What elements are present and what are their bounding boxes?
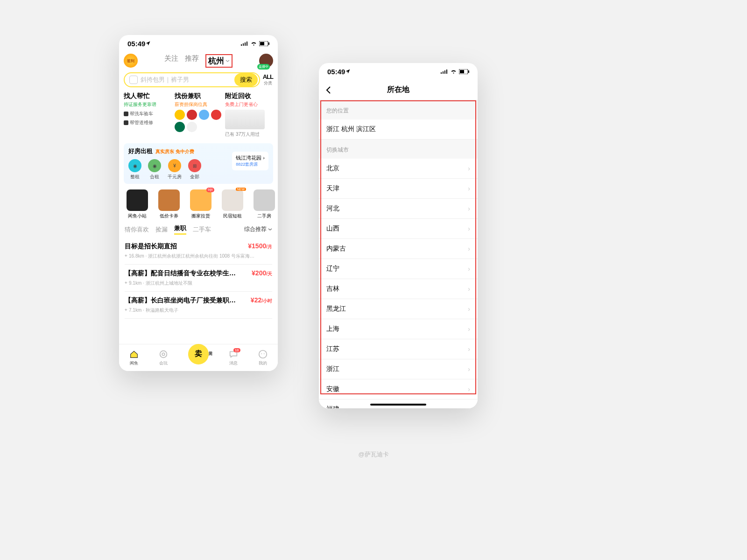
brand-grid — [175, 110, 223, 132]
chevron-right-icon: › — [468, 385, 470, 393]
service-cards: 找人帮忙 持证服务更靠谱 帮洗车验车 帮管道维修 找份兼职 薪资担保岗位真 附近… — [119, 90, 278, 140]
housing-tags: 真实房东 免中介费 — [155, 148, 194, 155]
brand-icon — [175, 122, 185, 132]
card-title: 附近回收 — [225, 92, 273, 100]
tab-follow[interactable]: 关注 — [164, 54, 178, 68]
house-option[interactable]: ⊞全部 — [188, 159, 201, 180]
city-item[interactable]: 江苏› — [319, 339, 478, 359]
category-item[interactable]: 二手房 — [251, 189, 278, 219]
svg-point-8 — [162, 353, 165, 356]
chevron-right-icon: › — [468, 325, 470, 333]
all-categories[interactable]: ALL 分类 — [263, 73, 273, 86]
search-button[interactable]: 搜索 — [234, 73, 258, 86]
category-item[interactable]: 闲鱼小站 — [124, 189, 151, 219]
message-icon: 18 — [228, 349, 239, 359]
svg-rect-18 — [468, 70, 469, 73]
house-option[interactable]: ◉整租 — [128, 159, 141, 180]
home-indicator[interactable] — [370, 404, 426, 406]
listing-price: ¥200/天 — [252, 269, 272, 277]
tab-mine[interactable]: 我的 — [258, 349, 268, 366]
filter-row: 猜你喜欢 捡漏 兼职 二手车 综合推荐 — [119, 221, 278, 238]
tab-home[interactable]: 闲鱼 — [129, 349, 139, 366]
filter-tab[interactable]: 猜你喜欢 — [125, 225, 149, 234]
city-item[interactable]: 上海› — [319, 319, 478, 339]
listing-item[interactable]: 【高薪】配音日结播音专业在校学生…¥200/天 ⌖9.1km · 浙江杭州上城地… — [125, 265, 272, 292]
chevron-right-icon: › — [468, 406, 470, 408]
city-item[interactable]: 山西› — [319, 219, 478, 239]
home-icon — [129, 349, 139, 359]
category-item[interactable]: 9折搬家拉货 — [187, 189, 214, 219]
city-item[interactable]: 河北› — [319, 199, 478, 219]
house-option[interactable]: ¥千元房 — [168, 159, 182, 180]
filter-tab[interactable]: 捡漏 — [155, 225, 168, 234]
help-item[interactable]: 帮洗车验车 — [124, 111, 172, 117]
chevron-right-icon: › — [263, 155, 265, 161]
signal-icon — [441, 69, 448, 74]
tab-city[interactable]: 杭州 — [205, 54, 233, 68]
house-circle-icon: ⊞ — [188, 159, 201, 172]
card-recycle[interactable]: 附近回收 免费上门更省心 已有 37万人用过 — [225, 92, 273, 138]
phone-home: 05:49 签到 关注 推荐 杭州 直播中 斜挎包男｜裤子男 搜索 — [119, 35, 278, 371]
current-location[interactable]: 浙江 杭州 滨江区 — [319, 119, 478, 140]
city-item[interactable]: 浙江› — [319, 359, 478, 379]
sell-button[interactable]: 卖 闲置 — [188, 344, 209, 364]
chevron-right-icon: › — [468, 285, 470, 293]
brand-icon — [175, 110, 185, 120]
listing-title: 目标是招长期直招 — [125, 242, 248, 251]
category-item[interactable]: 低价卡券 — [155, 189, 183, 219]
listing-address: ⌖9.1km · 浙江杭州上城地址不限 — [125, 280, 272, 287]
city-item[interactable]: 北京› — [319, 159, 478, 179]
card-job[interactable]: 找份兼职 薪资担保岗位真 — [175, 92, 223, 138]
status-bar: 05:49 — [319, 63, 478, 80]
card-help[interactable]: 找人帮忙 持证服务更靠谱 帮洗车验车 帮管道维修 — [124, 92, 172, 138]
svg-point-7 — [160, 351, 167, 358]
listing-item[interactable]: 【高薪】长白班坐岗电子厂接受兼职…¥22/小时 ⌖7.1km · 秋溢路航天电子 — [125, 292, 272, 319]
category-item[interactable]: NEW民宿短租 — [219, 189, 246, 219]
housing-chip[interactable]: 钱江湾花园 › 8822套房源 — [232, 152, 268, 170]
svg-rect-14 — [444, 70, 445, 74]
city-item[interactable]: 辽宁› — [319, 259, 478, 279]
message-count-badge: 18 — [233, 348, 240, 352]
tab-city-label: 杭州 — [208, 56, 224, 66]
chevron-right-icon: › — [468, 185, 470, 192]
city-item[interactable]: 吉林› — [319, 279, 478, 299]
house-option[interactable]: ◉合租 — [148, 159, 161, 180]
back-button[interactable] — [325, 86, 331, 94]
chevron-right-icon: › — [468, 305, 470, 313]
avatar[interactable]: 直播中 — [259, 54, 273, 68]
filter-tab-active[interactable]: 兼职 — [174, 224, 186, 235]
tab-play[interactable]: 会玩 — [158, 349, 169, 366]
tab-recommend[interactable]: 推荐 — [185, 54, 199, 68]
listing-item[interactable]: 目标是招长期直招¥1500/月 ⌖16.8km · 浙江杭州余杭浙江杭州余杭向往… — [125, 238, 272, 265]
phone-location: 05:49 所在地 您的位置 浙江 杭州 滨江区 切换城市 北京›天津›河北›山… — [319, 63, 478, 408]
housing-card[interactable]: 好房出租 真实房东 免中介费 ◉整租 ◉合租 ¥千元房 ⊞全部 钱江湾花园 › … — [124, 143, 273, 184]
pin-icon: ⌖ — [125, 280, 127, 287]
category-badge: 9折 — [206, 188, 214, 192]
city-item[interactable]: 黑龙江› — [319, 299, 478, 319]
user-icon — [258, 349, 268, 359]
watermark: @萨瓦迪卡 — [358, 450, 388, 459]
plug-icon — [124, 112, 128, 116]
tab-messages[interactable]: 18 消息 — [228, 349, 239, 366]
svg-rect-12 — [441, 72, 442, 74]
svg-point-9 — [259, 350, 267, 358]
city-item[interactable]: 安徽› — [319, 379, 478, 399]
status-icons — [441, 69, 469, 74]
chevron-right-icon: › — [468, 345, 470, 353]
chevron-right-icon: › — [468, 165, 470, 172]
chevron-right-icon: › — [468, 365, 470, 373]
all-sublabel: 分类 — [264, 80, 272, 86]
help-item[interactable]: 帮管道维修 — [124, 119, 172, 126]
recycle-count: 已有 37万人用过 — [225, 131, 273, 138]
search-placeholder: 斜挎包男｜裤子男 — [141, 76, 232, 84]
city-item[interactable]: 天津› — [319, 179, 478, 199]
sort-button[interactable]: 综合推荐 — [244, 225, 272, 233]
city-item[interactable]: 内蒙古› — [319, 239, 478, 259]
pin-icon: ⌖ — [125, 307, 127, 314]
target-icon — [158, 349, 169, 359]
filter-tab[interactable]: 二手车 — [193, 225, 211, 234]
search-bar[interactable]: 斜挎包男｜裤子男 搜索 — [124, 72, 260, 87]
signal-icon — [241, 41, 248, 46]
signin-badge[interactable]: 签到 — [124, 54, 138, 68]
scan-icon[interactable] — [129, 76, 138, 84]
